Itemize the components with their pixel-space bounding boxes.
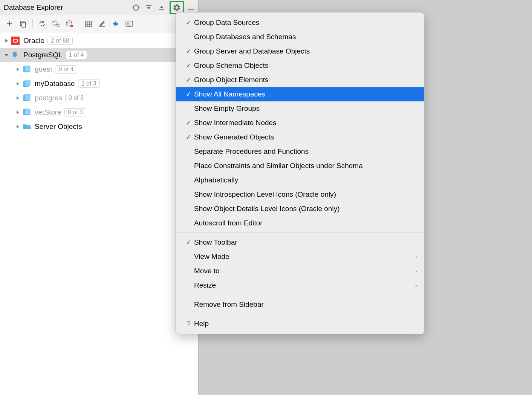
menu-item[interactable]: Alphabetically (176, 173, 424, 187)
menu-item-label: Show Object Details Level Icons (Oracle … (194, 205, 417, 213)
menu-item[interactable]: Resize› (176, 278, 424, 292)
tree-item[interactable]: vetStore0 of 3 (0, 105, 198, 119)
checkmark-icon: ✓ (183, 133, 194, 141)
tree-item-label: Oracle (23, 37, 44, 45)
svg-marker-38 (17, 110, 19, 114)
count-badge: 0 of 3 (65, 94, 87, 102)
panel-toolbar: QL (0, 15, 198, 32)
menu-item[interactable]: ✓Group Schema Objects (176, 58, 424, 73)
svg-marker-35 (17, 96, 19, 100)
chevron-down-icon[interactable] (2, 53, 11, 57)
menu-item-label: Move to (194, 267, 415, 275)
menu-item-label: Group Object Elements (194, 76, 417, 84)
svg-marker-29 (17, 67, 19, 71)
tree-item-label: guest (35, 65, 52, 73)
svg-rect-31 (25, 66, 30, 72)
menu-item-label: Autoscroll from Editor (194, 219, 417, 227)
checkmark-icon: ✓ (183, 119, 194, 127)
svg-point-15 (57, 24, 59, 26)
menu-item-label: Show Toolbar (194, 238, 417, 246)
tree-item[interactable]: Oracle2 of 58 (0, 34, 198, 48)
stop-icon[interactable] (63, 17, 76, 30)
help-icon: ? (183, 320, 194, 328)
tree-item-label: myDatabase (35, 80, 75, 88)
database-explorer-panel: Database Explorer (0, 0, 199, 395)
menu-item[interactable]: Show Empty Groups (176, 101, 424, 116)
menu-item-label: Show All Namespaces (194, 90, 417, 98)
count-badge: 2 of 3 (78, 80, 100, 88)
count-badge: 1 of 4 (66, 51, 87, 59)
menu-item-label: Show Generated Objects (194, 133, 417, 141)
tree-item[interactable]: postgres0 of 3 (0, 91, 198, 105)
tree-item[interactable]: guest0 of 4 (0, 62, 198, 77)
checkmark-icon: ✓ (183, 76, 194, 84)
menu-item[interactable]: Show Introspection Level Icons (Oracle o… (176, 187, 424, 202)
chevron-right-icon[interactable] (14, 125, 22, 129)
chevron-right-icon[interactable] (14, 96, 22, 100)
menu-item[interactable]: Show Object Details Level Icons (Oracle … (176, 202, 424, 216)
svg-marker-41 (17, 125, 19, 129)
menu-separator (176, 314, 424, 314)
svg-marker-24 (113, 21, 118, 26)
menu-item[interactable]: ✓Group Data Sources (176, 15, 424, 30)
postgres-icon (11, 51, 20, 59)
edit-icon[interactable] (96, 17, 109, 30)
target-icon[interactable] (130, 2, 142, 13)
tree-item[interactable]: myDatabase2 of 3 (0, 77, 198, 91)
menu-item-label: Remove from Sidebar (194, 300, 417, 309)
expand-all-icon[interactable] (143, 2, 154, 13)
chevron-right-icon[interactable] (14, 110, 22, 114)
oracle-icon (11, 37, 20, 45)
menu-item-label: Place Constraints and Similar Objects un… (194, 162, 417, 170)
menu-item[interactable]: Remove from Sidebar (176, 297, 424, 312)
menu-item[interactable]: ✓Group Object Elements (176, 73, 424, 87)
menu-item[interactable]: ?Help (176, 317, 424, 331)
db-icon (22, 80, 32, 88)
menu-item[interactable]: ✓Group Server and Database Objects (176, 44, 424, 58)
menu-item-label: Show Empty Groups (194, 104, 417, 113)
menu-item[interactable]: ✓Show Generated Objects (176, 130, 424, 144)
chevron-right-icon[interactable] (14, 67, 22, 71)
jump-icon[interactable] (109, 17, 122, 30)
menu-item[interactable]: Group Databases and Schemas (176, 30, 424, 44)
menu-item-label: Show Intermediate Nodes (194, 119, 417, 127)
menu-item[interactable]: Move to› (176, 264, 424, 278)
console-icon[interactable]: QL (123, 17, 136, 30)
chevron-right-icon[interactable] (14, 82, 22, 86)
svg-text:QL: QL (127, 22, 132, 26)
refresh-icon[interactable] (36, 17, 49, 30)
menu-item[interactable]: ✓Show Intermediate Nodes (176, 116, 424, 130)
panel-title: Database Explorer (4, 3, 63, 12)
tree-item-label: PostgreSQL (23, 51, 63, 59)
tree-item-label: vetStore (35, 108, 61, 116)
refresh-settings-icon[interactable] (49, 17, 62, 30)
menu-item-label: Group Data Sources (194, 18, 417, 27)
duplicate-icon[interactable] (17, 17, 29, 30)
tree-item[interactable]: PostgreSQL1 of 4 (0, 48, 198, 62)
chevron-right-icon: › (415, 253, 417, 260)
minimize-icon[interactable] (185, 2, 197, 13)
database-tree[interactable]: Oracle2 of 58PostgreSQL1 of 4guest0 of 4… (0, 32, 198, 395)
tree-item[interactable]: Server Objects (0, 119, 198, 134)
menu-separator (176, 233, 424, 233)
menu-item-label: Resize (194, 281, 415, 289)
chevron-right-icon[interactable] (2, 39, 11, 43)
menu-item[interactable]: Separate Procedures and Functions (176, 144, 424, 159)
menu-item[interactable]: Place Constraints and Similar Objects un… (176, 159, 424, 173)
svg-marker-27 (5, 39, 8, 43)
add-icon[interactable] (3, 17, 16, 30)
table-icon[interactable] (82, 17, 95, 30)
toolbar-separator (32, 19, 33, 28)
menu-item[interactable]: ✓Show All Namespaces (176, 87, 424, 101)
checkmark-icon: ✓ (183, 238, 194, 246)
svg-rect-17 (70, 25, 73, 27)
svg-marker-28 (5, 54, 8, 57)
panel-header: Database Explorer (0, 0, 198, 15)
svg-marker-8 (160, 6, 164, 8)
svg-rect-40 (25, 109, 30, 115)
menu-item[interactable]: Autoscroll from Editor (176, 216, 424, 230)
count-badge: 0 of 4 (55, 65, 77, 73)
collapse-all-icon[interactable] (156, 2, 167, 13)
menu-item[interactable]: ✓Show Toolbar (176, 235, 424, 250)
menu-item[interactable]: View Mode› (176, 250, 424, 264)
